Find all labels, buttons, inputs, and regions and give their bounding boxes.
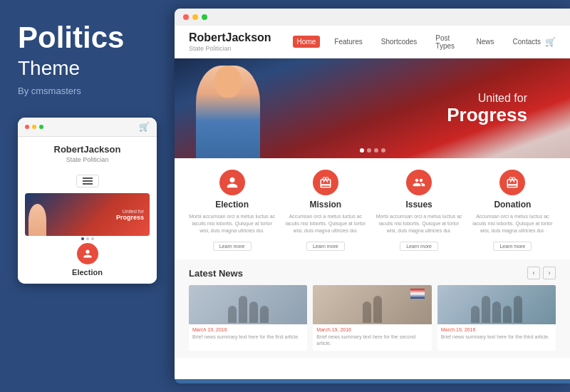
news-date-3: March 19, 2016 — [437, 324, 556, 334]
nav-post-types[interactable]: Post Types — [431, 32, 462, 52]
site-header: RobertJackson State Politician Home Feat… — [175, 26, 570, 58]
news-next-button[interactable]: › — [543, 267, 556, 279]
browser-chrome — [175, 9, 570, 26]
flag-element — [410, 289, 425, 299]
site-logo: RobertJackson — [189, 31, 271, 44]
news-grid: March 19, 2016 Brief news summary text h… — [189, 285, 556, 350]
hero-progress-text: Progress — [447, 105, 527, 125]
feature-issues: Issues Morbi accumsan orci a metus luctu… — [376, 170, 462, 251]
mobile-menu-button[interactable] — [76, 175, 99, 187]
theme-label: Theme — [18, 57, 157, 80]
news-text-1: Brief news summary text here for the fir… — [189, 334, 307, 344]
site-nav: Home Features Shortcodes Post Types News… — [293, 32, 545, 52]
browser-close-dot[interactable] — [183, 14, 189, 20]
cart-icon: 🛒 — [139, 122, 150, 132]
donation-icon — [499, 170, 525, 195]
news-image-2 — [313, 285, 431, 324]
mobile-subtitle: State Politician — [25, 156, 150, 163]
mobile-hero-banner: United for Progress — [25, 193, 150, 236]
mobile-content: RobertJackson State Politician United fo… — [18, 137, 157, 284]
donation-title: Donation — [470, 200, 556, 210]
news-section: Latest News ‹ › March — [175, 259, 570, 357]
news-date-1: March 19, 2016 — [189, 324, 307, 334]
mobile-election-icon — [77, 243, 98, 264]
news-date-2: March 19, 2016 — [313, 324, 431, 334]
by-label: By cmsmasters — [18, 86, 157, 96]
left-panel: Politics Theme By cmsmasters 🛒 RobertJac… — [0, 0, 175, 392]
news-text-3: Brief news summary text here for the thi… — [437, 334, 556, 344]
hero-person — [196, 66, 260, 158]
hero-united-text: United for — [447, 92, 527, 105]
news-card-1: March 19, 2016 Brief news summary text h… — [189, 285, 307, 350]
mobile-dot-red — [25, 125, 29, 129]
site-logo-wrap: RobertJackson State Politician — [189, 31, 286, 52]
news-image-1 — [189, 285, 307, 324]
feature-election: Election Morbi accumsan orci a metus luc… — [189, 170, 275, 251]
hamburger-icon — [83, 177, 93, 185]
mobile-election-label: Election — [25, 268, 150, 277]
donation-desc: Accumsan orci a metus luctus ac iaculis … — [470, 213, 556, 234]
logo-light: Robert — [189, 31, 226, 43]
mobile-dot-green — [39, 125, 43, 129]
election-title: Election — [189, 200, 275, 210]
nav-features[interactable]: Features — [330, 36, 366, 48]
mobile-hero-person — [28, 204, 46, 236]
issues-desc: Morbi accumsan orci a metus luctus ac ia… — [376, 213, 462, 234]
news-text-2: Brief news summary text here for the sec… — [313, 334, 431, 350]
nav-shortcodes[interactable]: Shortcodes — [377, 36, 422, 48]
news-header: Latest News ‹ › — [189, 267, 556, 279]
politics-title: Politics — [18, 21, 157, 54]
news-title: Latest News — [189, 268, 243, 279]
election-icon — [219, 170, 245, 195]
hero-text: United for Progress — [447, 92, 527, 125]
election-desc: Morbi accumsan orci a metus luctus ac ia… — [189, 213, 275, 234]
issues-title: Issues — [376, 200, 462, 210]
mobile-top-bar: 🛒 — [18, 118, 157, 137]
issues-icon — [406, 170, 432, 195]
browser-window: RobertJackson State Politician Home Feat… — [175, 9, 570, 383]
mobile-hero-text: United for Progress — [116, 209, 144, 221]
hero-carousel-dots — [360, 148, 385, 153]
browser-minimize-dot[interactable] — [192, 14, 198, 20]
news-prev-button[interactable]: ‹ — [527, 267, 540, 279]
mission-title: Mission — [282, 200, 368, 210]
feature-mission: Mission Accumsan orci a metus luctus ac … — [282, 170, 368, 251]
mobile-dot-yellow — [32, 125, 36, 129]
election-learn-more[interactable]: Learn more — [213, 242, 252, 251]
nav-home[interactable]: Home — [293, 36, 321, 48]
mobile-mockup: 🛒 RobertJackson State Politician United … — [18, 118, 157, 284]
news-navigation: ‹ › — [527, 267, 556, 279]
hero-banner: United for Progress — [175, 58, 570, 158]
nav-news[interactable]: News — [472, 36, 499, 48]
site-tagline: State Politician — [189, 45, 286, 52]
mission-learn-more[interactable]: Learn more — [306, 242, 345, 251]
browser-body: RobertJackson State Politician Home Feat… — [175, 26, 570, 379]
mobile-name: RobertJackson — [25, 144, 150, 155]
mission-icon — [313, 170, 338, 195]
features-section: Election Morbi accumsan orci a metus luc… — [175, 158, 570, 259]
logo-bold: Jackson — [226, 31, 271, 43]
donation-learn-more[interactable]: Learn more — [493, 242, 532, 251]
mobile-carousel-dots — [25, 237, 150, 240]
nav-contacts[interactable]: Contacts — [509, 36, 545, 48]
news-card-3: March 19, 2016 Brief news summary text h… — [437, 285, 556, 350]
feature-donation: Donation Accumsan orci a metus luctus ac… — [470, 170, 556, 251]
news-image-3 — [437, 285, 556, 324]
issues-learn-more[interactable]: Learn more — [400, 242, 438, 251]
mission-desc: Accumsan orci a metus luctus ac iaculis … — [282, 213, 368, 234]
nav-cart-icon[interactable]: 🛒 — [545, 37, 556, 47]
news-card-2: March 19, 2016 Brief news summary text h… — [313, 285, 431, 350]
browser-maximize-dot[interactable] — [202, 14, 207, 20]
